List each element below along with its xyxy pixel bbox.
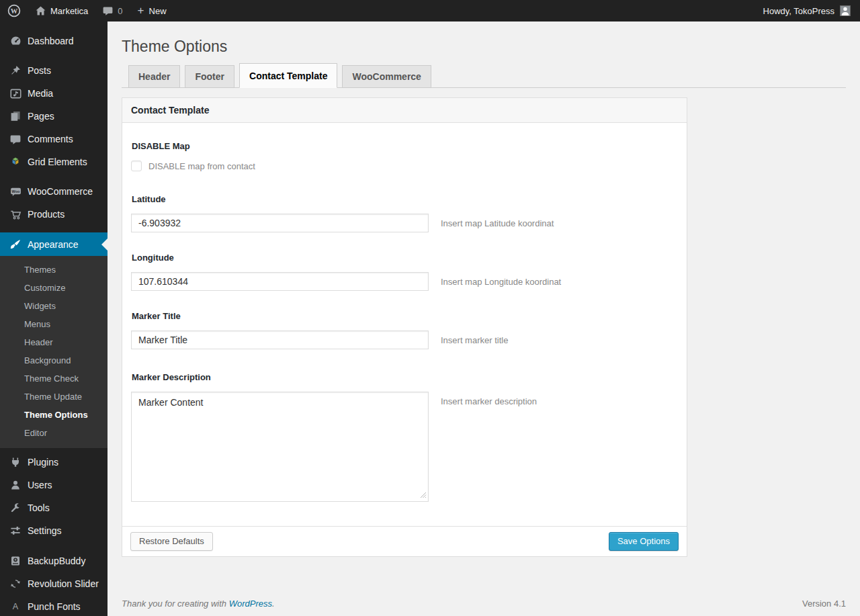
field-label: Latitude [132,194,678,204]
sidebar-label: Revolution Slider [28,579,99,588]
wrench-icon [9,501,22,515]
longitude-input[interactable] [131,272,429,291]
submenu-item-editor[interactable]: Editor [0,424,108,442]
tab-header[interactable]: Header [128,65,180,87]
site-name: Marketica [50,6,88,16]
svg-text:W: W [11,7,18,15]
submenu-item-theme-update[interactable]: Theme Update [0,388,108,406]
comment-bubble-icon [103,6,113,15]
cart-icon [9,208,22,221]
field-group-latitude: Latitude Insert map Latitude koordinat [131,194,678,232]
sidebar-label: Comments [28,134,73,144]
comment-count: 0 [118,6,122,16]
sidebar-label: Posts [28,66,51,75]
paintbrush-icon [9,238,22,251]
field-group-marker-description: Marker Description Insert marker descrip… [131,372,678,502]
sidebar-item-plugins[interactable]: Plugins [0,451,108,474]
submenu-item-customize[interactable]: Customize [0,279,108,297]
checkbox-label[interactable]: DISABLE map from contact [148,161,255,171]
page-title: Theme Options [108,21,860,56]
wordpress-logo-menu[interactable]: W [0,0,28,21]
sidebar-item-appearance[interactable]: Appearance [0,232,108,256]
submenu-item-theme-check[interactable]: Theme Check [0,369,108,388]
sidebar-item-dashboard[interactable]: Dashboard [0,30,108,52]
sidebar-item-comments[interactable]: Comments [0,128,108,150]
submenu-item-menus[interactable]: Menus [0,315,108,333]
tab-contact-template[interactable]: Contact Template [239,63,337,88]
sidebar-item-posts[interactable]: Posts [0,59,108,82]
page-footer: Thank you for creating with WordPress. V… [122,599,846,609]
sidebar-item-pages[interactable]: Pages [0,105,108,128]
field-group-disable-map: DISABLE Map DISABLE map from contact [131,141,678,171]
sidebar-item-media[interactable]: Media [0,82,108,105]
sidebar-item-revolution-slider[interactable]: Revolution Slider [0,572,108,595]
appearance-submenu: Themes Customize Widgets Menus Header Ba… [0,256,108,448]
field-label: DISABLE Map [132,141,678,151]
sidebar-label: Appearance [28,240,79,249]
sidebar-item-grid-elements[interactable]: Grid Elements [0,150,108,173]
svg-text:Woo: Woo [11,189,19,193]
tab-footer[interactable]: Footer [185,65,234,87]
site-name-menu[interactable]: Marketica [28,0,95,21]
submenu-item-widgets[interactable]: Widgets [0,297,108,315]
save-options-button[interactable]: Save Options [609,532,679,551]
svg-text:A: A [13,602,19,611]
tab-woocommerce[interactable]: WooCommerce [342,65,431,87]
panel-title: Contact Template [122,98,687,123]
media-icon [9,87,22,100]
new-label: New [149,6,167,16]
new-content-menu[interactable]: + New [130,0,174,21]
sidebar-item-backupbuddy[interactable]: BackupBuddy [0,549,108,572]
submenu-item-themes[interactable]: Themes [0,261,108,279]
grid-elements-icon [9,155,22,169]
plus-icon: + [138,5,144,16]
marker-description-textarea[interactable] [131,392,429,502]
help-text: Insert marker title [441,331,508,345]
admin-sidebar: Dashboard Posts Media Pages [0,21,108,616]
comments-menu[interactable]: 0 [95,0,130,21]
wordpress-logo-icon: W [7,4,21,17]
admin-bar-left: W Marketica 0 + New [0,0,174,21]
cycle-arrows-icon [9,577,22,590]
checkbox-row: DISABLE map from contact [131,161,678,171]
sidebar-label: Products [28,210,64,219]
sidebar-item-tools[interactable]: Tools [0,496,108,519]
submenu-item-background[interactable]: Background [0,351,108,369]
sidebar-label: Dashboard [28,36,74,46]
sidebar-label: Pages [28,112,54,121]
tab-bar: Header Footer Contact Template WooCommer… [122,63,846,88]
disable-map-checkbox[interactable] [131,161,142,171]
latitude-input[interactable] [131,214,429,232]
restore-defaults-button[interactable]: Restore Defaults [130,532,213,551]
main-content: Theme Options Header Footer Contact Temp… [108,21,860,616]
sidebar-label: Plugins [28,457,58,467]
submenu-item-header[interactable]: Header [0,333,108,351]
wordpress-link[interactable]: WordPress [229,599,272,609]
help-text: Insert map Latitude koordinat [441,214,554,228]
sidebar-item-users[interactable]: Users [0,474,108,496]
field-group-marker-title: Marker Title Insert marker title [131,311,678,349]
sidebar-label: Grid Elements [28,157,87,167]
sidebar-label: BackupBuddy [28,556,85,566]
avatar [840,5,851,16]
pushpin-icon [9,64,22,77]
sidebar-label: Tools [28,503,50,513]
account-menu[interactable]: Howdy, TokoPress [754,0,860,21]
field-label: Longitude [132,253,678,263]
sidebar-label: Punch Fonts [28,602,81,611]
sidebar-item-woocommerce[interactable]: Woo WooCommerce [0,180,108,203]
options-panel: Contact Template DISABLE Map DISABLE map… [122,97,687,557]
sidebar-label: WooCommerce [28,187,93,196]
marker-title-input[interactable] [131,331,429,349]
footer-thanks: Thank you for creating with WordPress. [122,599,275,609]
panel-footer: Restore Defaults Save Options [122,526,687,556]
panel-body: DISABLE Map DISABLE map from contact Lat… [122,123,687,526]
sidebar-item-settings[interactable]: Settings [0,519,108,542]
pages-icon [9,109,22,123]
submenu-item-theme-options[interactable]: Theme Options [0,406,108,424]
thanks-text: Thank you for creating with [122,599,229,609]
sidebar-item-products[interactable]: Products [0,203,108,226]
thanks-period: . [272,599,275,609]
help-text: Insert marker description [441,392,537,406]
sidebar-item-punch-fonts[interactable]: A Punch Fonts [0,595,108,616]
